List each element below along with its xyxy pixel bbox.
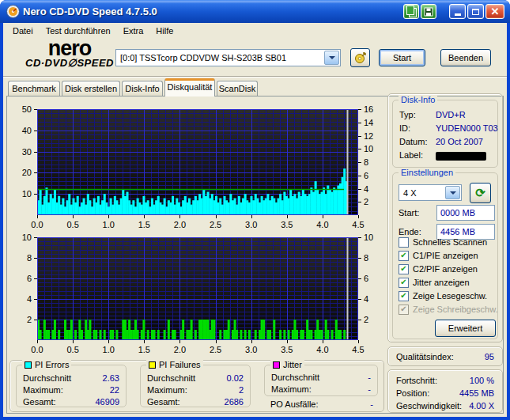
progress-value: 100 % (470, 376, 494, 385)
svg-text:3.5: 3.5 (281, 345, 293, 354)
tab-disk-erstellen[interactable]: Disk erstellen (62, 81, 120, 96)
cddvdspeed-logo-text: CD·DVD∅SPEED (9, 58, 130, 68)
po-failures-value: - (370, 399, 373, 409)
header-separator (3, 76, 507, 78)
svg-text:2: 2 (364, 197, 368, 206)
svg-text:12: 12 (364, 131, 373, 141)
app-icon (6, 5, 20, 18)
copy-icon (409, 8, 417, 17)
svg-text:10: 10 (22, 233, 32, 242)
po-failures-label: PO Ausfälle: (270, 399, 319, 409)
menu-datei[interactable]: Datei (6, 25, 40, 37)
quit-button[interactable]: Beenden (440, 49, 491, 66)
nero-logo: nero CD·DVD∅SPEED (9, 40, 130, 68)
nero-logo-text: nero (9, 40, 130, 58)
drive-select[interactable]: [0:0] TSSTcorp CDDVDW SH-S203B SB01 (115, 49, 341, 66)
eject-button[interactable] (350, 48, 370, 67)
disk-id-label: ID: (399, 123, 410, 133)
checkbox-c2-pif[interactable]: ✔C2/PIF anzeigen (399, 264, 498, 274)
quality-label: Qualitätsindex: (396, 352, 454, 361)
speed-label: Geschwindigkeit: (396, 401, 462, 411)
svg-text:1.5: 1.5 (138, 345, 150, 354)
quality-panel: Qualitätsindex: 95 (387, 346, 503, 366)
svg-text:20: 20 (22, 168, 32, 177)
settings-checkbox-list: Schnelles Scannen✔C1/PIE anzeigen✔C2/PIF… (399, 237, 498, 314)
tab-diskqualitaet[interactable]: Diskqualität (164, 78, 215, 96)
tab-scandisk[interactable]: ScanDisk (217, 81, 258, 96)
svg-text:3.5: 3.5 (281, 220, 293, 229)
speed-select-value: 4 X (399, 188, 444, 198)
pi-failures-chart: 2468102468100.00.51.01.52.02.53.03.54.04… (11, 231, 387, 359)
advanced-button[interactable]: Erweitert (435, 320, 496, 337)
chevron-down-icon (450, 191, 456, 195)
checkbox-box: ✔ (399, 251, 409, 261)
pi-errors-max-label: Maximum: (23, 385, 63, 395)
svg-text:2.0: 2.0 (174, 220, 186, 229)
save-button[interactable] (421, 4, 436, 19)
close-button[interactable]: ✕ (485, 4, 504, 19)
checkbox-read-speed[interactable]: ✔Zeige Lesegeschw. (399, 291, 498, 301)
checkbox-label: C2/PIF anzeigen (413, 264, 478, 274)
svg-text:8: 8 (27, 253, 32, 263)
window-title: Nero CD-DVD Speed 4.7.5.0 (23, 6, 157, 17)
svg-text:4: 4 (27, 294, 32, 304)
jitter-max-label: Maximum: (271, 384, 312, 394)
svg-text:6: 6 (27, 274, 32, 283)
minimize-button[interactable] (449, 4, 466, 19)
menu-test-durchfuehren[interactable]: Test durchführen (40, 25, 117, 37)
svg-text:0.0: 0.0 (31, 220, 43, 229)
checkbox-box: ✔ (399, 278, 409, 288)
speed-value: 4.00 X (469, 401, 494, 411)
svg-text:14: 14 (364, 118, 373, 127)
refresh-button[interactable]: ⟳ (470, 183, 491, 203)
close-icon: ✕ (491, 6, 500, 17)
svg-text:8: 8 (364, 157, 368, 167)
disk-datum-label: Datum: (399, 137, 427, 146)
jitter-avg-label: Durchschnitt (271, 373, 319, 382)
maximize-button[interactable] (467, 4, 484, 19)
drive-select-arrow[interactable] (324, 51, 339, 65)
copy-to-clipboard-button[interactable] (403, 4, 419, 19)
start-pos-label: Start: (399, 208, 419, 218)
svg-text:0.5: 0.5 (66, 345, 78, 354)
pi-errors-total-label: Gesamt: (23, 397, 56, 407)
disk-label-label: Label: (399, 150, 423, 160)
pi-failures-total-label: Gesamt: (147, 397, 180, 407)
disk-info-title: Disk-Info (399, 95, 437, 104)
pi-failures-avg-value: 0.02 (227, 373, 244, 383)
checkbox-label: Schnelles Scannen (413, 237, 487, 247)
svg-text:1.0: 1.0 (103, 220, 115, 229)
pi-errors-total-value: 46909 (95, 397, 119, 407)
pi-failures-max-label: Maximum: (147, 385, 187, 395)
checkbox-box: ✔ (399, 264, 409, 274)
speed-select-arrow[interactable] (445, 186, 460, 199)
jitter-legend-swatch (273, 361, 280, 369)
menu-hilfe[interactable]: Hilfe (149, 25, 179, 37)
checkbox-box (399, 237, 409, 248)
start-pos-input[interactable] (436, 205, 495, 221)
refresh-icon: ⟳ (475, 186, 485, 200)
svg-text:6: 6 (364, 171, 368, 180)
pi-errors-legend-swatch (25, 361, 32, 369)
pi-failures-stats-title: PI Failures (159, 360, 201, 369)
pi-failures-avg-label: Durchschnitt (147, 373, 195, 383)
svg-text:2.5: 2.5 (210, 220, 221, 229)
start-button[interactable]: Start (379, 49, 425, 66)
tab-benchmark[interactable]: Benchmark (8, 81, 60, 96)
disk-typ-label: Typ: (399, 110, 416, 119)
svg-text:10: 10 (364, 144, 373, 153)
jitter-max-value: - (368, 384, 371, 394)
checkbox-c1-pie[interactable]: ✔C1/PIE anzeigen (399, 251, 498, 260)
pi-errors-chart: 10203040502468101214160.00.51.01.52.02.5… (11, 103, 387, 229)
pi-errors-max-value: 22 (110, 385, 119, 395)
speed-select[interactable]: 4 X (399, 184, 462, 201)
menu-extra[interactable]: Extra (117, 25, 150, 37)
svg-text:0.5: 0.5 (66, 220, 78, 229)
pi-errors-avg-value: 2.63 (103, 373, 119, 383)
svg-text:4: 4 (364, 184, 368, 194)
checkbox-fast-scan[interactable]: Schnelles Scannen (399, 237, 498, 247)
tab-disk-info[interactable]: Disk-Info (122, 81, 163, 96)
checkbox-jitter[interactable]: ✔Jitter anzeigen (399, 278, 498, 287)
svg-text:16: 16 (364, 104, 373, 114)
chevron-down-icon (329, 56, 335, 59)
